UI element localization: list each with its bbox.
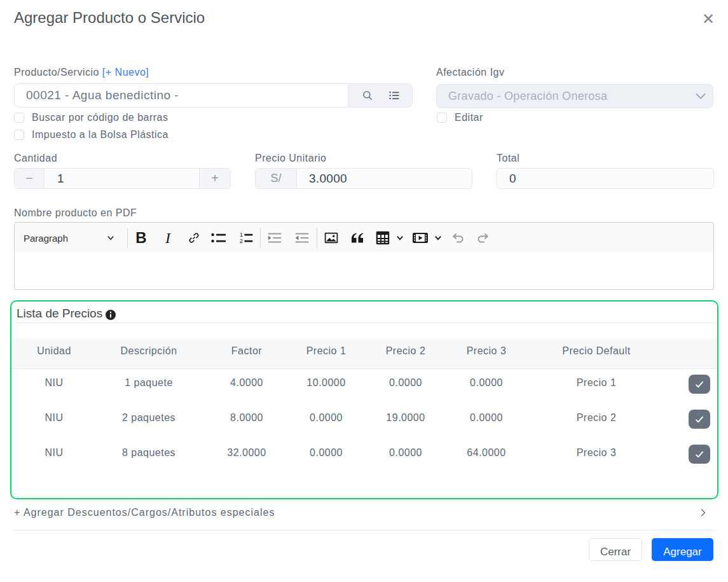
svg-text:2: 2	[240, 238, 243, 244]
svg-text:1: 1	[240, 232, 243, 238]
